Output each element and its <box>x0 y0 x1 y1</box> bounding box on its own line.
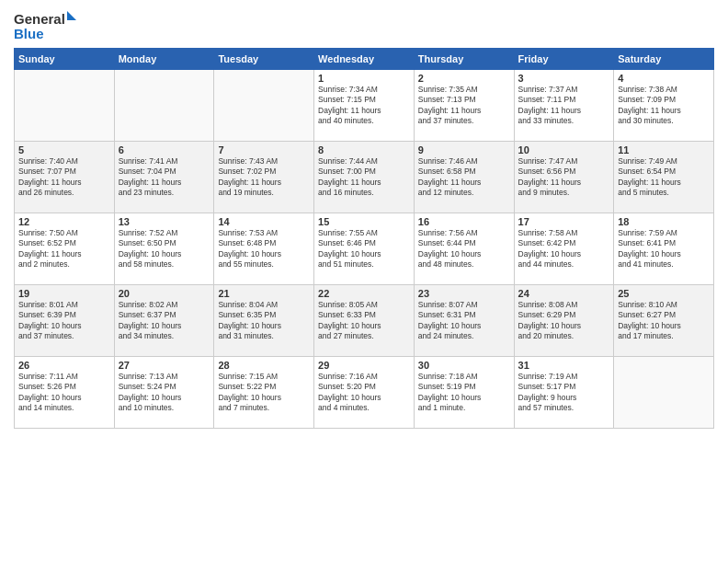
day-number: 10 <box>518 144 610 155</box>
calendar-cell: 2Sunrise: 7:35 AM Sunset: 7:13 PM Daylig… <box>414 70 514 142</box>
calendar-cell <box>214 70 314 142</box>
day-number: 4 <box>618 73 710 84</box>
day-info: Sunrise: 7:18 AM Sunset: 5:19 PM Dayligh… <box>418 372 510 414</box>
calendar-cell: 7Sunrise: 7:43 AM Sunset: 7:02 PM Daylig… <box>214 142 314 213</box>
day-info: Sunrise: 7:11 AM Sunset: 5:26 PM Dayligh… <box>18 372 110 414</box>
day-info: Sunrise: 8:10 AM Sunset: 6:27 PM Dayligh… <box>618 300 710 342</box>
calendar-cell <box>15 70 115 142</box>
calendar-cell: 13Sunrise: 7:52 AM Sunset: 6:50 PM Dayli… <box>114 213 214 285</box>
day-info: Sunrise: 7:44 AM Sunset: 7:00 PM Dayligh… <box>318 156 410 199</box>
day-number: 30 <box>418 360 510 371</box>
header: GeneralBlue <box>14 9 714 42</box>
calendar-week-row: 26Sunrise: 7:11 AM Sunset: 5:26 PM Dayli… <box>15 357 714 429</box>
calendar-table: SundayMondayTuesdayWednesdayThursdayFrid… <box>14 48 714 429</box>
day-info: Sunrise: 7:49 AM Sunset: 6:54 PM Dayligh… <box>618 156 710 199</box>
calendar-cell: 16Sunrise: 7:56 AM Sunset: 6:44 PM Dayli… <box>414 213 514 285</box>
day-info: Sunrise: 7:59 AM Sunset: 6:41 PM Dayligh… <box>618 228 710 270</box>
calendar-cell: 19Sunrise: 8:01 AM Sunset: 6:39 PM Dayli… <box>15 285 115 357</box>
day-number: 20 <box>119 288 210 299</box>
day-number: 9 <box>418 144 510 155</box>
day-info: Sunrise: 7:35 AM Sunset: 7:13 PM Dayligh… <box>418 85 510 127</box>
calendar-cell: 24Sunrise: 8:08 AM Sunset: 6:29 PM Dayli… <box>514 285 614 357</box>
day-number: 26 <box>18 360 110 371</box>
day-number: 1 <box>318 73 410 84</box>
weekday-header: Friday <box>514 49 614 70</box>
day-number: 28 <box>218 360 310 371</box>
calendar-cell: 23Sunrise: 8:07 AM Sunset: 6:31 PM Dayli… <box>414 285 514 357</box>
svg-text:General: General <box>14 11 65 27</box>
logo: GeneralBlue <box>14 9 78 42</box>
calendar-week-row: 1Sunrise: 7:34 AM Sunset: 7:15 PM Daylig… <box>15 70 714 142</box>
calendar-cell: 25Sunrise: 8:10 AM Sunset: 6:27 PM Dayli… <box>614 285 714 357</box>
day-info: Sunrise: 7:16 AM Sunset: 5:20 PM Dayligh… <box>318 372 410 414</box>
calendar-cell: 21Sunrise: 8:04 AM Sunset: 6:35 PM Dayli… <box>214 285 314 357</box>
day-info: Sunrise: 7:37 AM Sunset: 7:11 PM Dayligh… <box>518 85 610 127</box>
day-info: Sunrise: 8:02 AM Sunset: 6:37 PM Dayligh… <box>119 300 210 342</box>
day-number: 14 <box>218 216 310 227</box>
calendar-cell <box>114 70 214 142</box>
svg-marker-1 <box>67 11 76 20</box>
day-number: 21 <box>218 288 310 299</box>
day-number: 5 <box>18 144 110 155</box>
day-number: 11 <box>618 144 710 155</box>
day-number: 16 <box>418 216 510 227</box>
day-info: Sunrise: 7:46 AM Sunset: 6:58 PM Dayligh… <box>418 156 510 199</box>
calendar-cell: 27Sunrise: 7:13 AM Sunset: 5:24 PM Dayli… <box>114 357 214 429</box>
weekday-header: Monday <box>114 49 214 70</box>
day-number: 29 <box>318 360 410 371</box>
day-number: 19 <box>18 288 110 299</box>
day-number: 3 <box>518 73 610 84</box>
day-number: 31 <box>518 360 610 371</box>
calendar-cell: 22Sunrise: 8:05 AM Sunset: 6:33 PM Dayli… <box>314 285 415 357</box>
day-info: Sunrise: 7:58 AM Sunset: 6:42 PM Dayligh… <box>518 228 610 270</box>
day-info: Sunrise: 7:41 AM Sunset: 7:04 PM Dayligh… <box>119 156 210 199</box>
calendar-cell: 20Sunrise: 8:02 AM Sunset: 6:37 PM Dayli… <box>114 285 214 357</box>
day-info: Sunrise: 8:01 AM Sunset: 6:39 PM Dayligh… <box>18 300 110 342</box>
calendar-cell: 17Sunrise: 7:58 AM Sunset: 6:42 PM Dayli… <box>514 213 614 285</box>
day-number: 12 <box>18 216 110 227</box>
day-number: 25 <box>618 288 710 299</box>
calendar-cell: 18Sunrise: 7:59 AM Sunset: 6:41 PM Dayli… <box>614 213 714 285</box>
day-number: 13 <box>119 216 210 227</box>
calendar-cell: 15Sunrise: 7:55 AM Sunset: 6:46 PM Dayli… <box>314 213 415 285</box>
calendar-week-row: 12Sunrise: 7:50 AM Sunset: 6:52 PM Dayli… <box>15 213 714 285</box>
calendar-cell: 12Sunrise: 7:50 AM Sunset: 6:52 PM Dayli… <box>15 213 115 285</box>
weekday-header: Saturday <box>614 49 714 70</box>
day-number: 8 <box>318 144 410 155</box>
day-number: 18 <box>618 216 710 227</box>
weekday-header: Sunday <box>15 49 115 70</box>
calendar-cell: 1Sunrise: 7:34 AM Sunset: 7:15 PM Daylig… <box>314 70 415 142</box>
calendar-cell: 4Sunrise: 7:38 AM Sunset: 7:09 PM Daylig… <box>614 70 714 142</box>
day-number: 22 <box>318 288 410 299</box>
day-info: Sunrise: 7:40 AM Sunset: 7:07 PM Dayligh… <box>18 156 110 199</box>
day-info: Sunrise: 7:43 AM Sunset: 7:02 PM Dayligh… <box>218 156 310 199</box>
day-info: Sunrise: 7:34 AM Sunset: 7:15 PM Dayligh… <box>318 85 410 127</box>
calendar-cell: 5Sunrise: 7:40 AM Sunset: 7:07 PM Daylig… <box>15 142 115 213</box>
day-info: Sunrise: 7:53 AM Sunset: 6:48 PM Dayligh… <box>218 228 310 270</box>
day-info: Sunrise: 7:19 AM Sunset: 5:17 PM Dayligh… <box>518 372 610 414</box>
svg-text:Blue: Blue <box>14 26 44 41</box>
weekday-header: Tuesday <box>214 49 314 70</box>
calendar-cell: 9Sunrise: 7:46 AM Sunset: 6:58 PM Daylig… <box>414 142 514 213</box>
calendar-cell: 29Sunrise: 7:16 AM Sunset: 5:20 PM Dayli… <box>314 357 415 429</box>
calendar-cell: 14Sunrise: 7:53 AM Sunset: 6:48 PM Dayli… <box>214 213 314 285</box>
day-info: Sunrise: 7:15 AM Sunset: 5:22 PM Dayligh… <box>218 372 310 414</box>
calendar-cell: 28Sunrise: 7:15 AM Sunset: 5:22 PM Dayli… <box>214 357 314 429</box>
logo-svg: GeneralBlue <box>14 9 78 42</box>
day-number: 6 <box>119 144 210 155</box>
day-number: 7 <box>218 144 310 155</box>
day-info: Sunrise: 8:08 AM Sunset: 6:29 PM Dayligh… <box>518 300 610 342</box>
day-info: Sunrise: 8:05 AM Sunset: 6:33 PM Dayligh… <box>318 300 410 342</box>
calendar-cell: 6Sunrise: 7:41 AM Sunset: 7:04 PM Daylig… <box>114 142 214 213</box>
calendar-cell: 8Sunrise: 7:44 AM Sunset: 7:00 PM Daylig… <box>314 142 415 213</box>
day-info: Sunrise: 7:56 AM Sunset: 6:44 PM Dayligh… <box>418 228 510 270</box>
weekday-header: Wednesday <box>314 49 415 70</box>
day-info: Sunrise: 8:07 AM Sunset: 6:31 PM Dayligh… <box>418 300 510 342</box>
calendar-header-row: SundayMondayTuesdayWednesdayThursdayFrid… <box>15 49 714 70</box>
calendar-cell <box>614 357 714 429</box>
calendar-cell: 11Sunrise: 7:49 AM Sunset: 6:54 PM Dayli… <box>614 142 714 213</box>
calendar-cell: 31Sunrise: 7:19 AM Sunset: 5:17 PM Dayli… <box>514 357 614 429</box>
calendar-cell: 26Sunrise: 7:11 AM Sunset: 5:26 PM Dayli… <box>15 357 115 429</box>
page: GeneralBlue SundayMondayTuesdayWednesday… <box>0 0 728 563</box>
day-number: 17 <box>518 216 610 227</box>
